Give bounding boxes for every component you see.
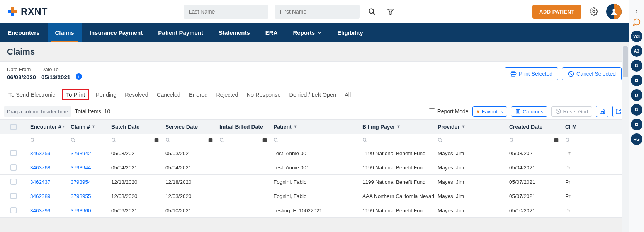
sidebar-badge[interactable]: RG — [631, 133, 642, 145]
logo[interactable]: RXNT — [7, 6, 48, 17]
print-selected-button[interactable]: Print Selected — [505, 67, 558, 80]
row-checkbox[interactable] — [10, 179, 17, 185]
filter-icon[interactable] — [293, 125, 297, 129]
filter-encounter[interactable] — [27, 134, 68, 146]
nav-reports[interactable]: Reports — [285, 23, 330, 42]
col-initial-billed-date[interactable]: Initial Billed Date — [216, 120, 270, 134]
col-patient[interactable]: Patient — [270, 120, 359, 134]
sidebar-badge[interactable]: I3 — [631, 60, 642, 72]
tab-canceled[interactable]: Canceled — [157, 92, 180, 98]
date-from-value[interactable]: 06/08/2020 — [7, 74, 36, 80]
last-cell: Pr — [562, 189, 578, 203]
scrollbar[interactable] — [622, 46, 629, 232]
filter-icon[interactable] — [384, 5, 397, 18]
filter-initial-billed[interactable] — [216, 134, 270, 146]
col-batch-date[interactable]: Batch Date — [108, 120, 162, 134]
col-billing-payer[interactable]: Billing Payer — [359, 120, 435, 134]
initial-billed-cell — [216, 175, 270, 189]
filter-last[interactable] — [562, 134, 578, 146]
filter-claim[interactable] — [68, 134, 108, 146]
select-all-checkbox[interactable] — [10, 124, 17, 130]
row-checkbox[interactable] — [10, 164, 17, 171]
filter-service-date[interactable] — [162, 134, 216, 146]
avatar[interactable] — [606, 4, 622, 19]
tab-errored[interactable]: Errored — [189, 92, 207, 98]
claim-link[interactable]: 3793955 — [71, 193, 91, 199]
add-patient-button[interactable]: ADD PATIENT — [532, 5, 581, 19]
search-icon[interactable] — [366, 5, 378, 18]
last-name-input[interactable] — [184, 5, 268, 19]
reset-grid-button[interactable]: Reset Grid — [551, 106, 592, 117]
claim-link[interactable]: 3793960 — [71, 208, 91, 213]
sidebar-badge[interactable]: I3 — [631, 104, 642, 116]
nav-encounters[interactable]: Encounters — [0, 23, 48, 42]
initial-billed-cell — [216, 160, 270, 174]
tab-rejected[interactable]: Rejected — [216, 92, 238, 98]
sidebar-badge[interactable]: I3 — [631, 119, 642, 130]
favorites-button[interactable]: ♥Favorites — [472, 106, 508, 117]
tab-denied-left-open[interactable]: Denied / Left Open — [289, 92, 336, 98]
collapse-sidebar-icon[interactable]: ‹ — [636, 8, 637, 15]
nav-claims[interactable]: Claims — [48, 23, 82, 42]
encounter-link[interactable]: 3462389 — [30, 193, 51, 199]
filter-patient[interactable] — [270, 134, 359, 146]
tab-to-print[interactable]: To Print — [62, 89, 89, 100]
col-created-date[interactable]: Created Date — [506, 120, 562, 134]
calendar-icon[interactable] — [262, 137, 267, 143]
col-claim[interactable]: Claim # — [68, 120, 108, 134]
nav-era[interactable]: ERA — [258, 23, 285, 42]
filter-payer[interactable] — [359, 134, 435, 146]
sidebar-badge[interactable]: I3 — [631, 75, 642, 86]
save-layout-button[interactable] — [596, 106, 608, 117]
filter-provider[interactable] — [435, 134, 506, 146]
filter-batch-date[interactable] — [108, 134, 162, 146]
row-checkbox[interactable] — [10, 193, 17, 199]
encounter-link[interactable]: 3463759 — [30, 150, 51, 156]
sidebar-badge[interactable]: W3 — [631, 31, 642, 42]
status-tabs: To Send Electronic To Print Pending Reso… — [0, 86, 629, 103]
tab-pending[interactable]: Pending — [96, 92, 116, 98]
sidebar-badge[interactable]: A3 — [631, 45, 642, 57]
col-encounter[interactable]: Encounter # — [27, 120, 68, 134]
report-mode-toggle[interactable]: Report Mode — [429, 108, 469, 114]
filter-icon[interactable] — [92, 125, 95, 129]
col-service-date[interactable]: Service Date — [162, 120, 216, 134]
claim-link[interactable]: 3793954 — [71, 179, 91, 185]
nav-insurance-payment[interactable]: Insurance Payment — [82, 23, 151, 42]
svg-marker-18 — [294, 126, 297, 129]
info-icon[interactable]: i — [76, 73, 82, 80]
tab-to-send-electronic[interactable]: To Send Electronic — [8, 92, 55, 98]
sidebar-badge[interactable]: I3 — [631, 89, 642, 101]
tab-all[interactable]: All — [345, 92, 351, 98]
row-checkbox[interactable] — [10, 207, 17, 213]
table-row: 3462389 3793955 12/03/2020 12/03/2020 Fo… — [0, 189, 629, 203]
row-checkbox[interactable] — [10, 150, 17, 156]
payer-cell: 1199 National Benefit Fund — [359, 146, 435, 160]
chat-icon[interactable] — [632, 18, 641, 27]
encounter-link[interactable]: 3463768 — [30, 165, 51, 171]
filter-icon[interactable] — [397, 125, 401, 129]
date-to-value[interactable]: 05/13/2021 — [41, 74, 70, 80]
gear-icon[interactable] — [588, 5, 600, 18]
nav-patient-payment[interactable]: Patient Payment — [150, 23, 211, 42]
nav-statements[interactable]: Statements — [211, 23, 258, 42]
nav-eligibility[interactable]: Eligibility — [330, 23, 371, 42]
tab-resolved[interactable]: Resolved — [125, 92, 148, 98]
first-name-input[interactable] — [275, 5, 360, 19]
col-provider[interactable]: Provider — [435, 120, 506, 134]
encounter-link[interactable]: 3462437 — [30, 179, 51, 185]
cancel-selected-button[interactable]: Cancel Selected — [562, 67, 622, 80]
filter-icon[interactable] — [461, 125, 465, 129]
filter-icon[interactable] — [63, 125, 65, 129]
calendar-icon[interactable] — [154, 137, 159, 143]
filter-created-date[interactable] — [506, 134, 562, 146]
claim-link[interactable]: 3793942 — [71, 150, 91, 156]
col-last[interactable]: Cl M — [562, 120, 578, 134]
encounter-link[interactable]: 3463799 — [30, 208, 51, 213]
columns-button[interactable]: Columns — [511, 106, 547, 117]
claim-link[interactable]: 3793944 — [71, 165, 91, 171]
calendar-icon[interactable] — [208, 137, 213, 143]
tab-no-response[interactable]: No Response — [247, 92, 281, 98]
calendar-icon[interactable] — [554, 137, 559, 143]
report-mode-checkbox[interactable] — [429, 108, 435, 114]
